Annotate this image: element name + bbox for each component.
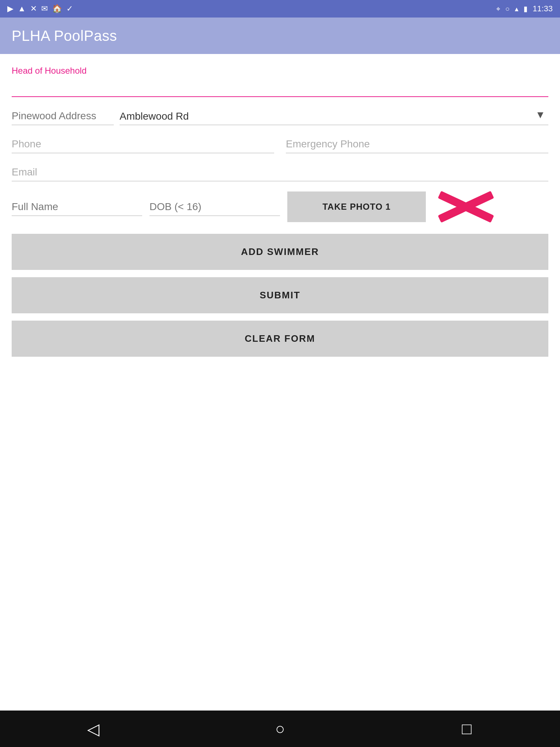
head-of-household-label: Head of Household <box>12 66 548 76</box>
take-photo-button[interactable]: TAKE PHOTO 1 <box>287 191 426 222</box>
status-bar-left: ▶ ▲ ✕ ✉ 🏠 ✓ <box>7 4 73 13</box>
email-icon: ✉ <box>41 4 48 13</box>
registration-form: Head of Household Amblewood Rd Other ▼ T <box>12 66 548 357</box>
app-title: PLHA PoolPass <box>12 28 117 44</box>
address-select[interactable]: Amblewood Rd Other <box>120 108 548 125</box>
swimmer-row: TAKE PHOTO 1 <box>12 191 548 222</box>
pinewood-address-label-field[interactable] <box>12 107 114 125</box>
minus-icon: ○ <box>505 5 510 13</box>
check-icon: ✓ <box>66 4 73 13</box>
back-button[interactable]: ◁ <box>75 711 112 747</box>
nav-bar: ◁ ○ □ <box>0 711 560 747</box>
x-app-icon: ✕ <box>30 4 37 13</box>
delete-swimmer-wrapper[interactable] <box>433 196 499 218</box>
address-row: Amblewood Rd Other ▼ <box>12 107 548 125</box>
submit-button[interactable]: SUBMIT <box>12 277 548 313</box>
swimmer-fullname-input[interactable] <box>12 198 142 216</box>
phone-row <box>12 135 548 153</box>
recent-apps-button[interactable]: □ <box>448 711 485 747</box>
notification-icon: ▲ <box>18 4 26 13</box>
status-bar-right: ⌖ ○ ▴ ▮ 11:33 <box>496 4 553 13</box>
add-swimmer-button[interactable]: ADD SWIMMER <box>12 234 548 270</box>
delete-swimmer-icon[interactable] <box>437 196 495 218</box>
swimmer-dob-input[interactable] <box>149 198 280 216</box>
phone-input[interactable] <box>12 135 274 153</box>
maps-icon: 🏠 <box>52 4 62 13</box>
email-input[interactable] <box>12 163 548 181</box>
address-select-wrapper: Amblewood Rd Other ▼ <box>120 108 548 125</box>
home-button[interactable]: ○ <box>262 711 298 747</box>
battery-icon: ▮ <box>524 4 528 13</box>
youtube-icon: ▶ <box>7 4 13 13</box>
main-content: Head of Household Amblewood Rd Other ▼ T <box>0 54 560 711</box>
clear-form-button[interactable]: CLEAR FORM <box>12 321 548 357</box>
head-of-household-input[interactable] <box>12 79 548 97</box>
status-time: 11:33 <box>533 4 553 13</box>
emergency-phone-input[interactable] <box>286 135 548 153</box>
app-bar: PLHA PoolPass <box>0 18 560 54</box>
wifi-icon: ▴ <box>515 4 518 13</box>
status-bar: ▶ ▲ ✕ ✉ 🏠 ✓ ⌖ ○ ▴ ▮ 11:33 <box>0 0 560 18</box>
bluetooth-icon: ⌖ <box>496 5 500 13</box>
